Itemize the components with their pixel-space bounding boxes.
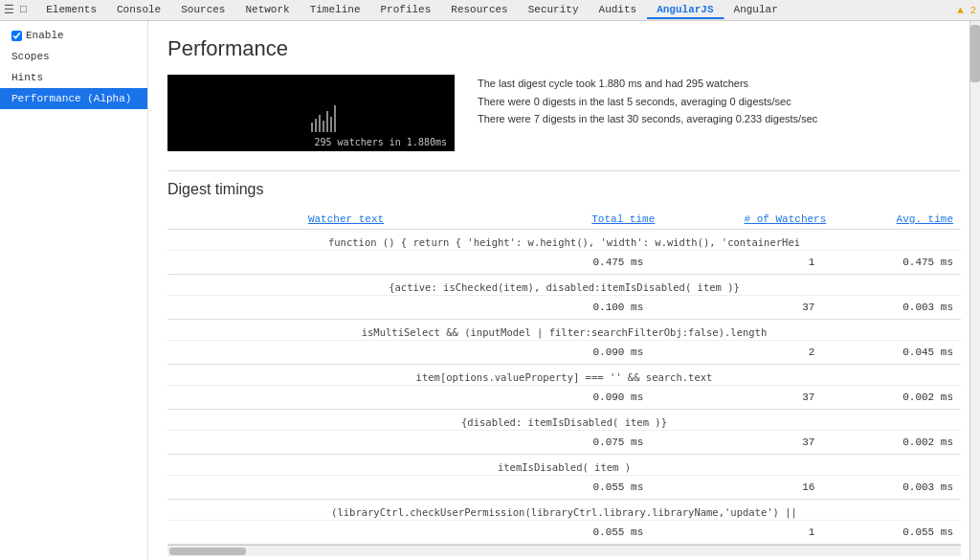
page-title: Performance: [167, 36, 961, 61]
col-watcher-text[interactable]: Watcher text: [167, 210, 524, 230]
table-row-text-1: {active: isChecked(item), disabled:itemI…: [167, 275, 961, 296]
total-time-6: 0.055 ms: [524, 521, 662, 545]
watchers-0: 1: [662, 251, 834, 275]
bar-1: [311, 123, 313, 132]
performance-chart: 295 watchers in 1.880ms: [167, 75, 455, 151]
stat-line-1: The last digest cycle took 1.880 ms and …: [478, 75, 817, 93]
watcher-text-1: {active: isChecked(item), disabled:itemI…: [167, 275, 961, 296]
watchers-4: 37: [662, 431, 834, 455]
watcher-text-5: itemIsDisabled( item ): [167, 455, 961, 476]
section-divider: [167, 170, 961, 171]
sidebar-item-performance[interactable]: Performance (Alpha): [0, 88, 147, 109]
col-total-time[interactable]: Total time: [524, 210, 662, 230]
digest-table: Watcher text Total time # of Watchers Av…: [167, 210, 961, 545]
bar-5: [326, 111, 328, 132]
stat-line-3: There were 7 digests in the last 30 seco…: [478, 110, 817, 128]
empty-cell-5: [167, 476, 524, 500]
avg-time-1: 0.003 ms: [834, 296, 961, 320]
empty-cell-2: [167, 341, 524, 365]
table-row-vals-1: 0.100 ms370.003 ms: [167, 296, 961, 320]
table-row-text-6: (libraryCtrl.checkUserPermission(library…: [167, 500, 961, 521]
tab-resources[interactable]: Resources: [441, 2, 518, 19]
tab-console[interactable]: Console: [107, 2, 171, 19]
content-area: Performance 295 watchers in 1.880ms: [148, 21, 980, 560]
tab-elements[interactable]: Elements: [36, 2, 107, 19]
watchers-2: 2: [662, 341, 834, 365]
window-icon[interactable]: □: [20, 3, 27, 17]
total-time-0: 0.475 ms: [524, 251, 662, 275]
table-row-vals-2: 0.090 ms20.045 ms: [167, 341, 961, 365]
sidebar-item-enable[interactable]: Enable: [0, 25, 147, 46]
perf-stats: The last digest cycle took 1.880 ms and …: [478, 75, 817, 128]
watcher-text-0: function () { return { 'height': w.heigh…: [167, 230, 961, 251]
avg-time-3: 0.002 ms: [834, 386, 961, 410]
total-time-1: 0.100 ms: [524, 296, 662, 320]
col-watchers[interactable]: # of Watchers: [662, 210, 834, 230]
table-row-vals-3: 0.090 ms370.002 ms: [167, 386, 961, 410]
total-time-4: 0.075 ms: [524, 431, 662, 455]
watchers-5: 16: [662, 476, 834, 500]
table-row-vals-6: 0.055 ms10.055 ms: [167, 521, 961, 545]
bottom-scroll-thumb[interactable]: [169, 548, 246, 555]
tab-timeline[interactable]: Timeline: [301, 2, 371, 19]
right-scrollbar[interactable]: [969, 21, 980, 560]
empty-cell-6: [167, 521, 524, 545]
col-avg-time[interactable]: Avg. time: [834, 210, 961, 230]
watchers-3: 37: [662, 386, 834, 410]
total-time-5: 0.055 ms: [524, 476, 662, 500]
scopes-label: Scopes: [11, 51, 50, 62]
watcher-text-2: isMultiSelect && (inputModel | filter:se…: [167, 320, 961, 341]
scrollbar-thumb[interactable]: [970, 25, 980, 82]
performance-label: Performance (Alpha): [11, 93, 131, 104]
table-row-vals-0: 0.475 ms10.475 ms: [167, 251, 961, 275]
tab-angular[interactable]: Angular: [724, 2, 789, 19]
sidebar-item-hints[interactable]: Hints: [0, 67, 147, 88]
sidebar-item-scopes[interactable]: Scopes: [0, 46, 147, 67]
hints-label: Hints: [11, 72, 43, 83]
avg-time-4: 0.002 ms: [834, 431, 961, 455]
avg-time-5: 0.003 ms: [834, 476, 961, 500]
bar-6: [330, 117, 332, 132]
empty-cell-0: [167, 251, 524, 275]
tab-network[interactable]: Network: [235, 2, 300, 19]
bar-3: [319, 115, 321, 132]
app-wrapper: ☰ □ Elements Console Sources Network Tim…: [0, 0, 980, 560]
watcher-text-4: {disabled: itemIsDisabled( item )}: [167, 410, 961, 431]
tab-profiles[interactable]: Profiles: [370, 2, 441, 19]
table-row-text-5: itemIsDisabled( item ): [167, 455, 961, 476]
menu-icon[interactable]: ☰: [4, 3, 14, 17]
chart-label: 295 watchers in 1.880ms: [315, 137, 447, 147]
total-time-2: 0.090 ms: [524, 341, 662, 365]
tab-audits[interactable]: Audits: [590, 2, 648, 19]
empty-cell-1: [167, 296, 524, 320]
watcher-text-6: (libraryCtrl.checkUserPermission(library…: [167, 500, 961, 521]
nav-icons: ☰ □: [4, 3, 27, 17]
watchers-6: 1: [662, 521, 834, 545]
tab-angularjs[interactable]: AngularJS: [647, 2, 724, 19]
watchers-1: 37: [662, 296, 834, 320]
table-row-vals-5: 0.055 ms160.003 ms: [167, 476, 961, 500]
empty-cell-3: [167, 386, 524, 410]
avg-time-2: 0.045 ms: [834, 341, 961, 365]
chart-bars: [311, 105, 336, 132]
enable-label[interactable]: Enable: [11, 30, 64, 41]
table-row-text-4: {disabled: itemIsDisabled( item )}: [167, 410, 961, 431]
enable-checkbox[interactable]: [11, 31, 22, 41]
main-layout: Enable Scopes Hints Performance (Alpha) …: [0, 21, 980, 560]
tab-security[interactable]: Security: [519, 2, 590, 19]
section-title: Digest timings: [167, 181, 961, 198]
sidebar: Enable Scopes Hints Performance (Alpha): [0, 21, 148, 560]
perf-header: 295 watchers in 1.880ms The last digest …: [167, 75, 961, 151]
table-row-text-2: isMultiSelect && (inputModel | filter:se…: [167, 320, 961, 341]
watcher-text-3: item[options.valueProperty] === '' && se…: [167, 365, 961, 386]
bottom-scrollbar[interactable]: [167, 545, 961, 556]
enable-text: Enable: [26, 30, 64, 41]
avg-time-6: 0.055 ms: [834, 521, 961, 545]
stat-line-2: There were 0 digests in the last 5 secon…: [478, 93, 817, 111]
total-time-3: 0.090 ms: [524, 386, 662, 410]
tab-list: Elements Console Sources Network Timelin…: [36, 2, 789, 19]
bar-2: [315, 119, 317, 132]
table-row-text-3: item[options.valueProperty] === '' && se…: [167, 365, 961, 386]
tab-sources[interactable]: Sources: [171, 2, 235, 19]
bar-7: [334, 105, 336, 132]
